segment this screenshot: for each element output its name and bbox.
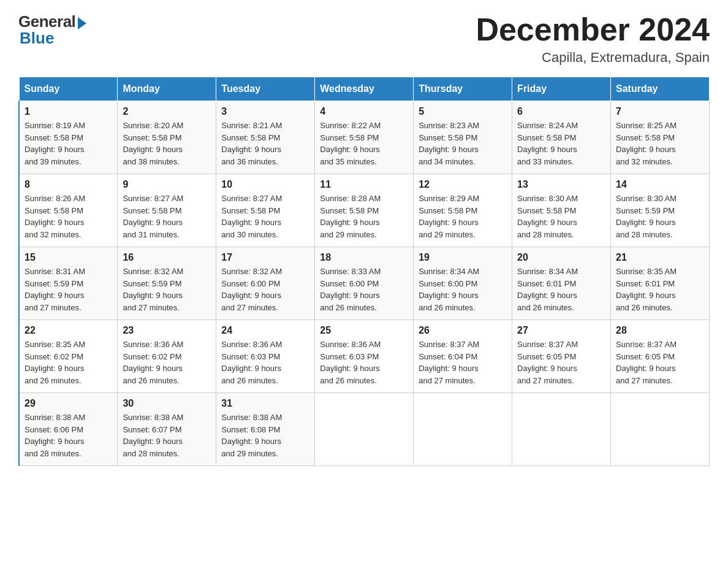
header-thursday: Thursday: [414, 77, 512, 101]
day-info: Sunrise: 8:30 AMSunset: 5:59 PMDaylight:…: [616, 193, 704, 240]
day-number: 8: [25, 179, 112, 190]
day-number: 24: [221, 325, 309, 336]
calendar-body: 1Sunrise: 8:19 AMSunset: 5:58 PMDaylight…: [19, 101, 710, 466]
calendar-cell: 7Sunrise: 8:25 AMSunset: 5:58 PMDaylight…: [611, 101, 710, 174]
day-number: 16: [123, 252, 211, 263]
calendar-cell: 2Sunrise: 8:20 AMSunset: 5:58 PMDaylight…: [118, 101, 216, 174]
day-number: 28: [616, 325, 704, 336]
day-info: Sunrise: 8:27 AMSunset: 5:58 PMDaylight:…: [123, 193, 211, 240]
logo: General Blue: [18, 12, 86, 48]
day-info: Sunrise: 8:24 AMSunset: 5:58 PMDaylight:…: [517, 120, 605, 167]
calendar-cell: 16Sunrise: 8:32 AMSunset: 5:59 PMDayligh…: [118, 247, 216, 320]
title-block: December 2024 Capilla, Extremadura, Spai…: [476, 12, 710, 66]
day-info: Sunrise: 8:21 AMSunset: 5:58 PMDaylight:…: [221, 120, 309, 167]
day-number: 19: [419, 252, 507, 263]
day-number: 11: [320, 179, 408, 190]
day-info: Sunrise: 8:20 AMSunset: 5:58 PMDaylight:…: [123, 120, 211, 167]
logo-triangle-icon: [78, 17, 86, 29]
day-number: 31: [221, 398, 309, 409]
day-number: 4: [320, 106, 408, 117]
calendar-cell: 23Sunrise: 8:36 AMSunset: 6:02 PMDayligh…: [118, 320, 216, 393]
day-number: 22: [25, 325, 112, 336]
day-info: Sunrise: 8:38 AMSunset: 6:07 PMDaylight:…: [123, 412, 211, 459]
day-info: Sunrise: 8:30 AMSunset: 5:58 PMDaylight:…: [517, 193, 605, 240]
header-sunday: Sunday: [19, 77, 118, 101]
day-number: 7: [616, 106, 704, 117]
week-row-3: 15Sunrise: 8:31 AMSunset: 5:59 PMDayligh…: [19, 247, 710, 320]
calendar-cell: 27Sunrise: 8:37 AMSunset: 6:05 PMDayligh…: [512, 320, 611, 393]
day-number: 20: [517, 252, 605, 263]
day-number: 18: [320, 252, 408, 263]
day-number: 15: [25, 252, 112, 263]
calendar-cell: [315, 393, 414, 466]
calendar-cell: 4Sunrise: 8:22 AMSunset: 5:58 PMDaylight…: [315, 101, 414, 174]
day-info: Sunrise: 8:38 AMSunset: 6:06 PMDaylight:…: [25, 412, 112, 459]
day-info: Sunrise: 8:27 AMSunset: 5:58 PMDaylight:…: [221, 193, 309, 240]
calendar-cell: 5Sunrise: 8:23 AMSunset: 5:58 PMDaylight…: [414, 101, 512, 174]
day-info: Sunrise: 8:34 AMSunset: 6:01 PMDaylight:…: [517, 266, 605, 313]
week-row-4: 22Sunrise: 8:35 AMSunset: 6:02 PMDayligh…: [19, 320, 710, 393]
day-info: Sunrise: 8:36 AMSunset: 6:03 PMDaylight:…: [320, 339, 408, 386]
day-number: 10: [221, 179, 309, 190]
calendar-cell: 17Sunrise: 8:32 AMSunset: 6:00 PMDayligh…: [216, 247, 315, 320]
day-info: Sunrise: 8:35 AMSunset: 6:01 PMDaylight:…: [616, 266, 704, 313]
day-number: 21: [616, 252, 704, 263]
calendar-cell: 6Sunrise: 8:24 AMSunset: 5:58 PMDaylight…: [512, 101, 611, 174]
page-header: General Blue December 2024 Capilla, Extr…: [18, 12, 710, 66]
day-number: 23: [123, 325, 211, 336]
day-info: Sunrise: 8:26 AMSunset: 5:58 PMDaylight:…: [25, 193, 112, 240]
calendar-cell: 11Sunrise: 8:28 AMSunset: 5:58 PMDayligh…: [315, 174, 414, 247]
day-number: 27: [517, 325, 605, 336]
day-number: 6: [517, 106, 605, 117]
calendar-cell: 24Sunrise: 8:36 AMSunset: 6:03 PMDayligh…: [216, 320, 315, 393]
day-info: Sunrise: 8:28 AMSunset: 5:58 PMDaylight:…: [320, 193, 408, 240]
calendar-cell: 22Sunrise: 8:35 AMSunset: 6:02 PMDayligh…: [19, 320, 118, 393]
calendar-cell: 25Sunrise: 8:36 AMSunset: 6:03 PMDayligh…: [315, 320, 414, 393]
day-info: Sunrise: 8:38 AMSunset: 6:08 PMDaylight:…: [221, 412, 309, 459]
header-row: SundayMondayTuesdayWednesdayThursdayFrid…: [19, 77, 710, 101]
calendar-cell: 20Sunrise: 8:34 AMSunset: 6:01 PMDayligh…: [512, 247, 611, 320]
calendar-cell: 28Sunrise: 8:37 AMSunset: 6:05 PMDayligh…: [611, 320, 710, 393]
calendar-cell: 21Sunrise: 8:35 AMSunset: 6:01 PMDayligh…: [611, 247, 710, 320]
day-info: Sunrise: 8:37 AMSunset: 6:04 PMDaylight:…: [419, 339, 507, 386]
calendar-cell: [512, 393, 611, 466]
day-info: Sunrise: 8:31 AMSunset: 5:59 PMDaylight:…: [25, 266, 112, 313]
day-number: 12: [419, 179, 507, 190]
location-subtitle: Capilla, Extremadura, Spain: [476, 50, 710, 66]
week-row-2: 8Sunrise: 8:26 AMSunset: 5:58 PMDaylight…: [19, 174, 710, 247]
calendar-cell: 3Sunrise: 8:21 AMSunset: 5:58 PMDaylight…: [216, 101, 315, 174]
day-info: Sunrise: 8:37 AMSunset: 6:05 PMDaylight:…: [517, 339, 605, 386]
day-number: 26: [419, 325, 507, 336]
calendar-cell: [414, 393, 512, 466]
day-info: Sunrise: 8:32 AMSunset: 5:59 PMDaylight:…: [123, 266, 211, 313]
calendar-cell: 15Sunrise: 8:31 AMSunset: 5:59 PMDayligh…: [19, 247, 118, 320]
day-number: 3: [221, 106, 309, 117]
day-number: 30: [123, 398, 211, 409]
header-wednesday: Wednesday: [315, 77, 414, 101]
day-info: Sunrise: 8:37 AMSunset: 6:05 PMDaylight:…: [616, 339, 704, 386]
day-number: 13: [517, 179, 605, 190]
calendar-cell: [611, 393, 710, 466]
day-info: Sunrise: 8:33 AMSunset: 6:00 PMDaylight:…: [320, 266, 408, 313]
calendar-cell: 19Sunrise: 8:34 AMSunset: 6:00 PMDayligh…: [414, 247, 512, 320]
week-row-5: 29Sunrise: 8:38 AMSunset: 6:06 PMDayligh…: [19, 393, 710, 466]
calendar-cell: 13Sunrise: 8:30 AMSunset: 5:58 PMDayligh…: [512, 174, 611, 247]
day-number: 2: [123, 106, 211, 117]
calendar-cell: 18Sunrise: 8:33 AMSunset: 6:00 PMDayligh…: [315, 247, 414, 320]
calendar-cell: 1Sunrise: 8:19 AMSunset: 5:58 PMDaylight…: [19, 101, 118, 174]
logo-blue-text: Blue: [20, 29, 54, 48]
header-friday: Friday: [512, 77, 611, 101]
day-info: Sunrise: 8:34 AMSunset: 6:00 PMDaylight:…: [419, 266, 507, 313]
day-info: Sunrise: 8:36 AMSunset: 6:02 PMDaylight:…: [123, 339, 211, 386]
day-info: Sunrise: 8:19 AMSunset: 5:58 PMDaylight:…: [25, 120, 112, 167]
day-info: Sunrise: 8:29 AMSunset: 5:58 PMDaylight:…: [419, 193, 507, 240]
calendar-cell: 30Sunrise: 8:38 AMSunset: 6:07 PMDayligh…: [118, 393, 216, 466]
calendar-cell: 26Sunrise: 8:37 AMSunset: 6:04 PMDayligh…: [414, 320, 512, 393]
month-year-title: December 2024: [476, 12, 710, 47]
calendar-cell: 29Sunrise: 8:38 AMSunset: 6:06 PMDayligh…: [19, 393, 118, 466]
day-info: Sunrise: 8:36 AMSunset: 6:03 PMDaylight:…: [221, 339, 309, 386]
calendar-cell: 12Sunrise: 8:29 AMSunset: 5:58 PMDayligh…: [414, 174, 512, 247]
day-info: Sunrise: 8:22 AMSunset: 5:58 PMDaylight:…: [320, 120, 408, 167]
header-saturday: Saturday: [611, 77, 710, 101]
day-number: 17: [221, 252, 309, 263]
